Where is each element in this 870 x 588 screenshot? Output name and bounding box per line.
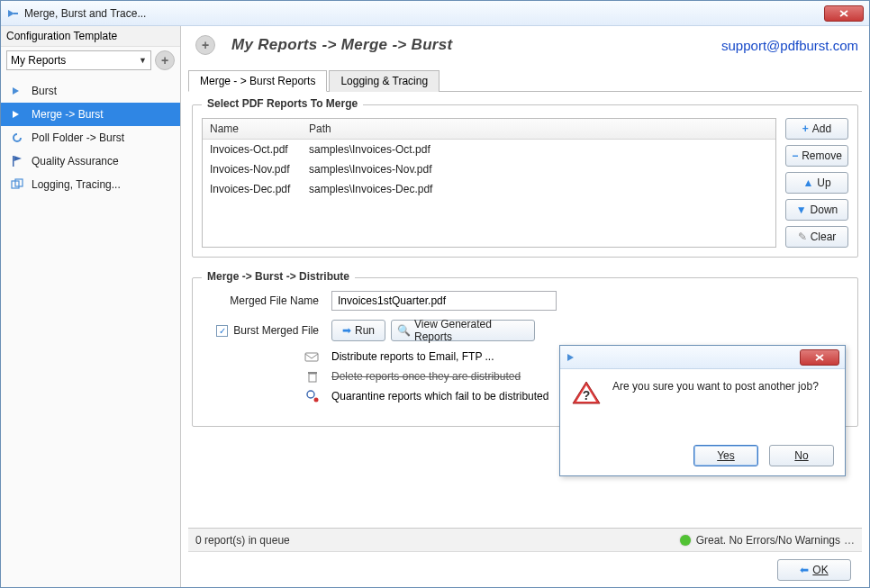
window-close-button[interactable]	[824, 5, 864, 22]
nav-list: Burst Merge -> Burst Poll Folder -> Burs…	[1, 74, 180, 202]
svg-marker-5	[13, 111, 19, 118]
delete-text: Delete reports once they are distributed	[331, 370, 521, 383]
add-button[interactable]: +Add	[785, 118, 848, 140]
nav-item-merge-burst[interactable]: Merge -> Burst	[1, 103, 180, 126]
tab-merge-burst-reports[interactable]: Merge - > Burst Reports	[188, 70, 327, 92]
distribute-text: Distribute reports to Email, FTP ...	[331, 350, 494, 363]
file-list-buttons: +Add −Remove ▲Up ▼Down ✎Clear	[785, 118, 848, 248]
col-name: Name	[203, 119, 302, 139]
burst-merged-label: Burst Merged File	[233, 324, 319, 337]
app-window: Merge, Burst and Trace... Configuration …	[0, 0, 870, 588]
file-list-body: Invoices-Oct.pdf samples\Invoices-Oct.pd…	[203, 140, 775, 239]
tabs: Merge - > Burst Reports Logging & Tracin…	[188, 69, 862, 92]
col-path: Path	[302, 119, 775, 139]
dialog-close-button[interactable]	[800, 349, 839, 366]
nav-label: Quality Assurance	[32, 155, 119, 167]
svg-marker-15	[567, 354, 574, 361]
svg-rect-11	[309, 374, 316, 382]
no-button[interactable]: No	[769, 445, 834, 466]
run-button[interactable]: ➡ Run	[331, 320, 385, 341]
nav-label: Merge -> Burst	[32, 108, 104, 121]
clear-button[interactable]: ✎Clear	[785, 226, 848, 248]
plus-icon: +	[802, 122, 809, 135]
nav-label: Burst	[32, 85, 57, 97]
arrow-up-icon: ▲	[802, 176, 813, 189]
logging-icon	[10, 177, 24, 192]
svg-rect-6	[13, 156, 14, 167]
table-row[interactable]: Invoices-Dec.pdf samples\Invoices-Dec.pd…	[203, 179, 775, 199]
file-list[interactable]: Name Path Invoices-Oct.pdf samples\Invoi…	[202, 118, 776, 248]
arrow-right-icon	[566, 351, 578, 364]
footer: ⬅ OK	[188, 551, 862, 587]
warning-icon: ?	[571, 380, 602, 407]
status-bar: 0 report(s) in queue Great. No Errors/No…	[188, 528, 862, 551]
breadcrumb: My Reports -> Merge -> Burst	[231, 36, 721, 54]
binoculars-icon: 🔍	[397, 324, 411, 337]
template-select[interactable]: My Reports ▼	[6, 50, 151, 70]
svg-rect-12	[308, 372, 317, 374]
arrow-right-icon	[10, 84, 24, 98]
remove-button[interactable]: −Remove	[785, 145, 848, 167]
burst-merged-checkbox[interactable]: ✓	[216, 325, 228, 337]
merged-file-label: Merged File Name	[202, 294, 319, 307]
flag-icon	[10, 154, 24, 168]
nav-item-logging-tracing[interactable]: Logging, Tracing...	[1, 173, 180, 196]
status-ellipsis: …	[844, 534, 855, 547]
template-selected-value: My Reports	[11, 54, 66, 67]
table-row[interactable]: Invoices-Oct.pdf samples\Invoices-Oct.pd…	[203, 140, 775, 159]
svg-marker-4	[13, 87, 19, 95]
trash-icon	[306, 370, 319, 383]
quarantine-icon	[306, 390, 319, 403]
titlebar: Merge, Burst and Trace...	[1, 1, 869, 26]
plus-icon[interactable]: +	[195, 35, 215, 55]
window-title: Merge, Burst and Trace...	[24, 7, 146, 20]
back-arrow-icon: ⬅	[800, 564, 809, 576]
svg-rect-10	[305, 353, 318, 361]
ok-button[interactable]: ⬅ OK	[777, 559, 851, 581]
arrow-down-icon: ▼	[796, 204, 807, 216]
distribute-icon	[304, 350, 319, 363]
quarantine-text: Quarantine reports which fail to be dist…	[331, 390, 548, 403]
support-link[interactable]: support@pdfburst.com	[721, 38, 858, 53]
group-title: Merge -> Burst -> Distribute	[202, 270, 355, 283]
minus-icon: −	[792, 149, 798, 162]
down-button[interactable]: ▼Down	[785, 199, 848, 221]
group-select-pdf: Select PDF Reports To Merge Name Path In…	[192, 104, 858, 258]
table-row[interactable]: Invoices-Nov.pdf samples\Invoices-Nov.pd…	[203, 159, 775, 179]
status-message: Great. No Errors/No Warnings	[696, 534, 840, 547]
svg-point-14	[314, 398, 319, 403]
svg-point-13	[307, 391, 314, 398]
tab-logging-tracing[interactable]: Logging & Tracing	[329, 70, 440, 92]
dialog-message: Are you sure you want to post another jo…	[612, 380, 819, 393]
group-title: Select PDF Reports To Merge	[202, 97, 363, 110]
refresh-icon	[10, 131, 24, 145]
sidebar: Configuration Template My Reports ▼ + Bu…	[1, 26, 181, 587]
arrow-right-icon: ➡	[342, 324, 351, 337]
main-header: + My Reports -> Merge -> Burst support@p…	[188, 30, 862, 68]
clear-icon: ✎	[798, 231, 807, 243]
arrow-right-icon	[10, 107, 24, 122]
up-button[interactable]: ▲Up	[785, 172, 848, 194]
svg-text:?: ?	[583, 388, 591, 403]
nav-item-burst[interactable]: Burst	[1, 79, 180, 103]
dialog-titlebar	[560, 346, 845, 369]
main-area: + My Reports -> Merge -> Burst support@p…	[181, 26, 869, 587]
queue-status: 0 report(s) in queue	[195, 534, 680, 547]
status-dot-icon	[680, 535, 691, 546]
nav-item-poll-folder[interactable]: Poll Folder -> Burst	[1, 126, 180, 149]
confirm-dialog: ? Are you sure you want to post another …	[559, 345, 846, 476]
svg-marker-7	[14, 156, 23, 161]
arrow-right-icon	[6, 7, 19, 20]
nav-label: Poll Folder -> Burst	[32, 131, 124, 144]
chevron-down-icon: ▼	[139, 56, 147, 65]
nav-label: Logging, Tracing...	[32, 178, 121, 191]
view-generated-button[interactable]: 🔍 View Generated Reports	[391, 320, 535, 341]
yes-button[interactable]: Yes	[693, 445, 758, 466]
file-list-header: Name Path	[203, 119, 775, 140]
merged-file-input[interactable]	[331, 291, 557, 311]
add-template-button[interactable]: +	[155, 50, 175, 70]
svg-marker-0	[8, 10, 14, 17]
nav-item-quality-assurance[interactable]: Quality Assurance	[1, 149, 180, 173]
svg-rect-1	[14, 13, 18, 14]
sidebar-header: Configuration Template	[1, 26, 180, 47]
